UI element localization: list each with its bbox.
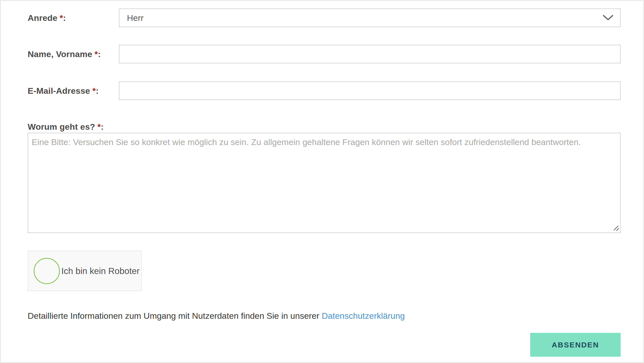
email-label-text: E-Mail-Adresse bbox=[28, 86, 90, 96]
anrede-required-asterisk: * bbox=[60, 13, 63, 23]
anrede-label-colon: : bbox=[63, 13, 66, 23]
message-label-colon: : bbox=[101, 122, 104, 131]
captcha-label: Ich bin kein Roboter bbox=[61, 266, 140, 276]
message-required-asterisk: * bbox=[98, 122, 101, 131]
form-row-name: Name, Vorname*: bbox=[28, 45, 621, 63]
anrede-label-text: Anrede bbox=[28, 13, 57, 23]
name-required-asterisk: * bbox=[95, 49, 98, 59]
message-textarea-wrap bbox=[28, 133, 621, 233]
privacy-note-text: Detaillierte Informationen zum Umgang mi… bbox=[28, 311, 322, 321]
captcha-box[interactable]: Ich bin kein Roboter bbox=[28, 251, 142, 291]
email-label: E-Mail-Adresse*: bbox=[28, 86, 119, 96]
message-textarea[interactable] bbox=[28, 133, 621, 233]
privacy-note: Detaillierte Informationen zum Umgang mi… bbox=[28, 310, 621, 321]
email-required-asterisk: * bbox=[92, 86, 96, 96]
email-input[interactable] bbox=[119, 81, 621, 100]
email-label-colon: : bbox=[96, 86, 99, 96]
message-label: Worum geht es?*: bbox=[28, 121, 621, 132]
name-label: Name, Vorname*: bbox=[28, 49, 119, 59]
message-label-text: Worum geht es? bbox=[28, 122, 95, 131]
privacy-policy-link[interactable]: Datenschutzerklärung bbox=[322, 311, 405, 321]
name-label-text: Name, Vorname bbox=[28, 49, 92, 59]
form-row-anrede: Anrede*: Herr bbox=[28, 9, 621, 27]
anrede-label: Anrede*: bbox=[28, 13, 119, 23]
anrede-select[interactable]: Herr bbox=[119, 9, 621, 27]
name-label-colon: : bbox=[98, 49, 101, 59]
contact-form-page: Anrede*: Herr Name, Vorname*: E-Mail-Adr… bbox=[0, 0, 644, 363]
form-row-email: E-Mail-Adresse*: bbox=[28, 81, 621, 100]
submit-row: ABSENDEN bbox=[28, 333, 621, 357]
captcha-checkbox-circle-icon[interactable] bbox=[34, 258, 60, 284]
submit-button[interactable]: ABSENDEN bbox=[530, 333, 621, 357]
name-input[interactable] bbox=[119, 45, 621, 63]
anrede-select-wrap: Herr bbox=[119, 9, 621, 27]
